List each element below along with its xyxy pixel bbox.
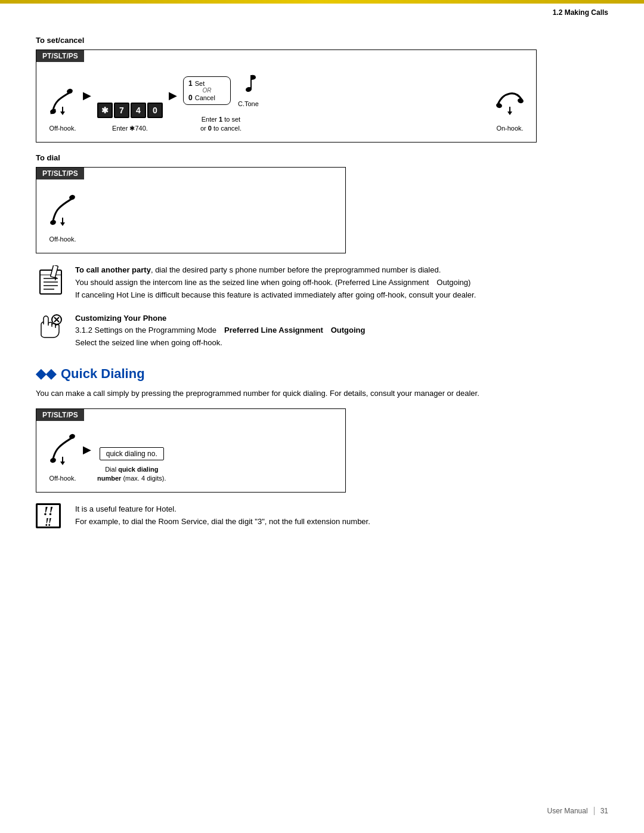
key-sequence: ✱ 7 4 0 <box>97 103 163 118</box>
choice-1: 1 Set <box>188 79 225 88</box>
top-border <box>0 0 644 4</box>
qd-step-off-hook: Off-hook. <box>48 432 77 482</box>
step-off-hook-label: Off-hook. <box>49 124 76 132</box>
arrow-1: ▶ <box>83 89 91 102</box>
key-0: 0 <box>147 103 163 118</box>
svg-point-10 <box>49 219 57 225</box>
step-keys: ✱ 7 4 0 Enter ✱740. <box>97 103 163 132</box>
quick-dialing-title-text: Quick Dialing <box>61 366 145 382</box>
choice-0-num: 0 <box>188 94 193 102</box>
svg-rect-3 <box>62 107 63 113</box>
footer: User Manual 31 <box>547 807 608 815</box>
to-dial-off-hook-label: Off-hook. <box>49 235 76 243</box>
hotel-text: It is a useful feature for Hotel. For ex… <box>75 503 370 528</box>
note-1-section: To call another party, dial the desired … <box>36 264 608 301</box>
to-dial-phone-icon <box>48 190 77 228</box>
quick-dialing-no-label: quick dialing no. <box>106 450 157 458</box>
quick-dialing-desc: You can make a call simply by pressing t… <box>36 388 608 400</box>
hotel-note-section: !!‼ It is a useful feature for Hotel. Fo… <box>36 503 608 528</box>
hotel-text2: For example, to dial the Room Service, d… <box>75 517 370 526</box>
qd-number-label: Dial quick dialingnumber (max. 4 digits)… <box>97 465 166 482</box>
pt-label-2: PT/SLT/PS <box>36 168 84 179</box>
customizing-line1-bold: Preferred Line Assignment Outgoing <box>224 326 365 335</box>
note-1-text1: , dial the desired party s phone number … <box>151 265 441 274</box>
svg-rect-8 <box>509 107 510 113</box>
customizing-line1-prefix: 3.1.2 Settings on the Programming Mode <box>75 326 224 335</box>
qd-arrow: ▶ <box>83 443 91 456</box>
key-4: 4 <box>131 103 146 118</box>
pt-label-bar-3: PT/SLT/PS <box>36 409 345 421</box>
quick-dialing-no-box: quick dialing no. <box>100 447 164 460</box>
qd-off-hook-label: Off-hook. <box>49 474 76 482</box>
set-cancel-diagram-box: PT/SLT/PS Off-hook. <box>36 49 537 143</box>
hotel-icon-text: !!‼ <box>43 504 53 527</box>
quick-dialing-diagram-box: PT/SLT/PS Off-hook. ▶ <box>36 408 346 493</box>
pt-label-3: PT/SLT/PS <box>36 409 84 421</box>
svg-point-6 <box>517 97 524 104</box>
c-tone-label: C.Tone <box>238 100 259 108</box>
svg-rect-12 <box>62 218 63 224</box>
arrow-2: ▶ <box>169 89 177 102</box>
set-cancel-steps: Off-hook. ▶ ✱ 7 4 0 Enter ✱740. ▶ <box>36 62 536 142</box>
customizing-line2: Select the seized line when going off-ho… <box>75 338 222 347</box>
to-dial-off-hook: Off-hook. <box>48 190 77 243</box>
c-tone-col: C.Tone <box>238 73 259 108</box>
hotel-icon: !!‼ <box>36 503 66 528</box>
choice-0-text: Cancel <box>195 94 215 101</box>
section-title-text: 1.2 Making Calls <box>553 8 608 17</box>
set-cancel-title: To set/cancel <box>36 36 608 45</box>
note-1-text2: You should assign the intercom line as t… <box>75 278 470 287</box>
customizing-text: Customizing Your Phone 3.1.2 Settings on… <box>75 312 365 349</box>
qd-step-number: quick dialing no. Dial quick dialingnumb… <box>97 447 166 482</box>
quick-dialing-steps: Off-hook. ▶ quick dialing no. Dial quick… <box>36 421 345 492</box>
customizing-section: Customizing Your Phone 3.1.2 Settings on… <box>36 312 608 349</box>
main-content: To set/cancel PT/SLT/PS <box>0 24 644 572</box>
note-1-text3: If canceling Hot Line is difficult becau… <box>75 290 476 299</box>
step-choice: 1 Set OR 0 Cancel <box>183 73 259 132</box>
hand-point-icon <box>36 312 66 343</box>
phone-off-hook-icon <box>48 85 77 117</box>
to-dial-title: To dial <box>36 153 608 162</box>
to-dial-steps: Off-hook. <box>36 179 345 253</box>
to-dial-diagram-box: PT/SLT/PS Off-hook. <box>36 167 346 253</box>
hotel-text1: It is a useful feature for Hotel. <box>75 504 177 513</box>
step-off-hook: Off-hook. <box>48 85 77 132</box>
c-tone-icon <box>239 73 257 96</box>
note-paper-icon <box>36 265 66 301</box>
svg-point-25 <box>49 457 57 463</box>
note-1-text: To call another party, dial the desired … <box>75 264 476 301</box>
svg-rect-27 <box>62 457 63 463</box>
footer-page: 31 <box>600 807 608 815</box>
choice-1-text: Set <box>195 80 205 87</box>
key-star: ✱ <box>97 103 113 118</box>
step-on-hook: On-hook. <box>496 85 524 132</box>
step-on-hook-label: On-hook. <box>496 124 523 132</box>
note-1-bold: To call another party <box>75 265 151 274</box>
hotel-icon-inner: !!‼ <box>36 503 61 528</box>
qd-phone-off-hook-icon <box>48 432 77 467</box>
or-divider: OR <box>188 88 225 94</box>
phone-on-hook-icon <box>496 85 524 117</box>
section-header: 1.2 Making Calls <box>553 8 608 17</box>
key-7: 7 <box>114 103 129 118</box>
footer-divider <box>594 807 595 815</box>
pt-label-bar-1: PT/SLT/PS <box>36 50 536 62</box>
pt-label-1: PT/SLT/PS <box>36 50 84 62</box>
svg-point-5 <box>496 102 503 109</box>
footer-text: User Manual <box>547 807 588 815</box>
choice-0: 0 Cancel <box>188 94 225 102</box>
choice-1-num: 1 <box>188 79 193 88</box>
svg-rect-19 <box>51 265 58 278</box>
pt-label-bar-2: PT/SLT/PS <box>36 168 345 179</box>
quick-dialing-section-title: ◆◆ Quick Dialing <box>36 366 608 382</box>
customizing-title: Customizing Your Phone <box>75 314 166 323</box>
key-label: Enter ✱740. <box>112 124 148 132</box>
quick-dialing-diamonds: ◆◆ <box>36 366 56 382</box>
choice-box: 1 Set OR 0 Cancel <box>183 76 231 105</box>
choice-sub-label: Enter 1 to setor 0 to cancel. <box>200 115 242 132</box>
